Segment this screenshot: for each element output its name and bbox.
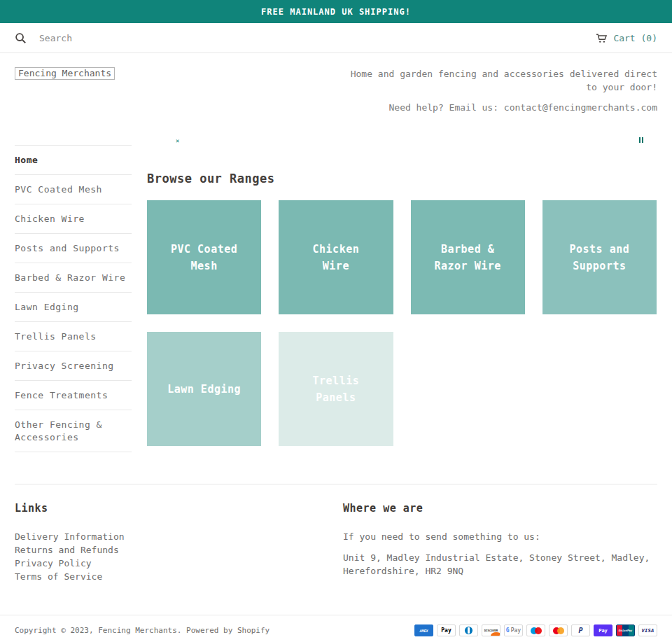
footer: Links Delivery InformationReturns and Re… — [0, 484, 672, 642]
category-tile-lawn-edging[interactable]: Lawn Edging — [147, 332, 261, 446]
payment-icon-paypal: P — [571, 624, 590, 636]
sidebar-item-home[interactable]: Home — [15, 146, 132, 175]
footer-link-terms-of-service[interactable]: Terms of Service — [15, 570, 328, 583]
payment-icon-union-pay: UnionPay — [616, 624, 635, 636]
sidebar-item-lawn-edging[interactable]: Lawn Edging — [15, 293, 132, 322]
tile-label: Lawn Edging — [149, 381, 259, 398]
content-row: HomePVC Coated MeshChicken WirePosts and… — [0, 131, 672, 452]
footer-links-list: Delivery InformationReturns and RefundsP… — [15, 530, 328, 583]
sidebar-item-chicken-wire[interactable]: Chicken Wire — [15, 204, 132, 234]
address-line: Unit 9, Madley Industrial Estate, Stoney… — [343, 551, 651, 578]
footer-link-privacy-policy[interactable]: Privacy Policy — [15, 557, 328, 570]
cart-icon — [596, 32, 608, 44]
slideshow: ✕ — [147, 131, 657, 165]
tile-label: Chicken Wire — [279, 241, 393, 274]
sidebar-item-posts-and-supports[interactable]: Posts and Supports — [15, 234, 132, 263]
footer-link-returns-and-refunds[interactable]: Returns and Refunds — [15, 543, 328, 557]
tile-label: Barbed & Razor Wire — [411, 241, 525, 274]
sidebar-item-privacy-screening[interactable]: Privacy Screening — [15, 351, 132, 381]
footer-link-delivery-information[interactable]: Delivery Information — [15, 530, 328, 543]
sidebar-item-other-fencing-and-accessories[interactable]: Other Fencing & Accessories — [15, 410, 132, 452]
tile-label: Trellis Panels — [279, 372, 393, 406]
sidebar-item-pvc-coated-mesh[interactable]: PVC Coated Mesh — [15, 175, 132, 204]
category-tile-posts-and-supports[interactable]: Posts and Supports — [542, 200, 657, 314]
copyright-text: Copyright © 2023, Fencing Merchants. Pow… — [15, 626, 270, 635]
payment-icon-diners-club — [459, 624, 478, 636]
search-control[interactable]: Search — [15, 32, 72, 44]
cart-link[interactable]: Cart (0) — [596, 32, 657, 44]
address-intro: If you need to send something to us: — [343, 530, 657, 543]
broken-image-icon: ✕ — [176, 138, 179, 144]
brand-text: Home and garden fencing and accessories … — [335, 67, 657, 114]
announcement-bar: FREE MAINLAND UK SHIPPING! — [0, 0, 672, 23]
section-heading: Browse our Ranges — [147, 172, 657, 186]
brand-row: Fencing Merchants Home and garden fencin… — [0, 53, 672, 131]
main-column: ✕ Browse our Ranges PVC Coated MeshChick… — [147, 131, 657, 446]
cart-label[interactable]: Cart (0) — [613, 33, 657, 43]
payment-icon-google-pay: GPay — [504, 624, 523, 636]
category-tile-trellis-panels[interactable]: Trellis Panels — [279, 332, 393, 446]
pause-icon[interactable] — [639, 137, 643, 143]
bottom-bar: Copyright © 2023, Fencing Merchants. Pow… — [0, 615, 672, 642]
header: Search Cart (0) — [0, 23, 672, 53]
announcement-text: FREE MAINLAND UK SHIPPING! — [261, 7, 411, 17]
tile-label: PVC Coated Mesh — [147, 241, 261, 274]
sidebar-item-fence-treatments[interactable]: Fence Treatments — [15, 381, 132, 410]
category-grid: PVC Coated MeshChicken WireBarbed & Razo… — [147, 200, 657, 446]
payment-icon-american-express: AMEX — [414, 624, 433, 636]
category-tile-barbed-and-razor-wire[interactable]: Barbed & Razor Wire — [411, 200, 525, 314]
store-tagline: Home and garden fencing and accessories … — [335, 67, 657, 94]
payment-icon-shop-pay: Pay — [594, 624, 612, 636]
payment-icon-discover: DISCOVER — [482, 624, 500, 636]
footer-links-column: Links Delivery InformationReturns and Re… — [15, 502, 328, 583]
links-heading: Links — [15, 502, 328, 515]
sidebar-item-barbed-and-razor-wire[interactable]: Barbed & Razor Wire — [15, 263, 132, 293]
payment-icon-maestro — [526, 624, 545, 636]
sidebar-nav: HomePVC Coated MeshChicken WirePosts and… — [15, 145, 132, 452]
search-label[interactable]: Search — [39, 33, 72, 43]
payment-icons-row: AMEXPayDISCOVERGPayPPayUnionPayVISA — [414, 624, 657, 636]
category-tile-pvc-coated-mesh[interactable]: PVC Coated Mesh — [147, 200, 261, 314]
where-heading: Where we are — [343, 502, 657, 515]
payment-icon-mastercard — [549, 624, 568, 636]
sidebar-item-trellis-panels[interactable]: Trellis Panels — [15, 322, 132, 351]
payment-icon-apple-pay: Pay — [437, 624, 456, 636]
tile-label: Posts and Supports — [542, 241, 657, 274]
category-tile-chicken-wire[interactable]: Chicken Wire — [279, 200, 393, 314]
contact-line: Need help? Email us: contact@fencingmerc… — [335, 101, 657, 114]
payment-icon-visa: VISA — [638, 624, 657, 636]
footer-address-column: Where we are If you need to send somethi… — [343, 502, 657, 583]
search-icon — [15, 32, 27, 44]
store-logo[interactable]: Fencing Merchants — [15, 67, 115, 80]
